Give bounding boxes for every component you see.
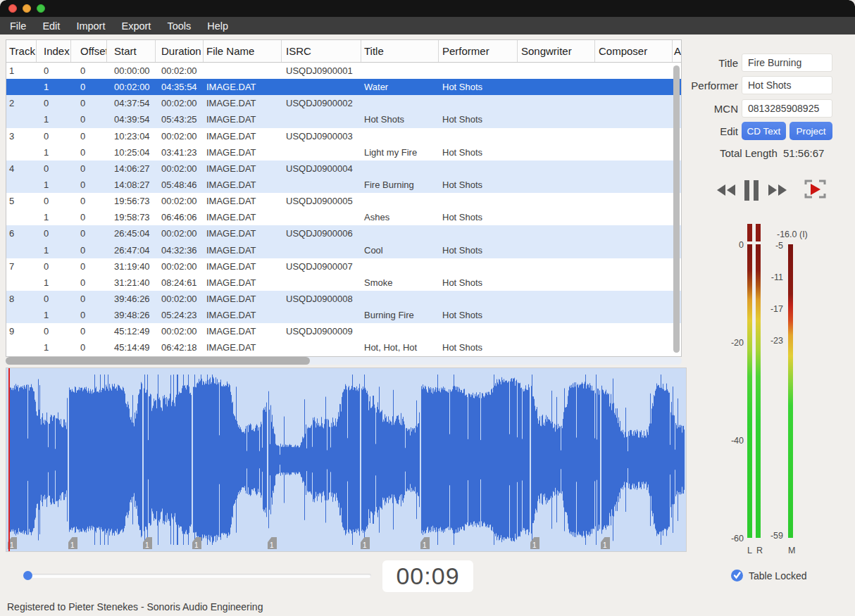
rewind-button[interactable]	[716, 183, 736, 197]
performer-field[interactable]	[742, 76, 832, 94]
clip-indicator-right	[756, 224, 761, 241]
table-row[interactable]: 1045:14:4906:42:18IMAGE.DATHot, Hot, Hot…	[6, 339, 681, 356]
horizontal-scrollbar[interactable]	[6, 357, 682, 365]
header-cell-duration[interactable]: Duration	[156, 40, 204, 62]
header-cell-isrc[interactable]: ISRC	[282, 40, 361, 62]
menu-item-help[interactable]: Help	[207, 20, 228, 32]
table-cell: 05:24:23	[156, 310, 204, 320]
table-cell: 5	[6, 196, 37, 206]
table-cell: USQDJ0900001	[282, 65, 361, 76]
zoom-button[interactable]	[37, 4, 45, 13]
pause-button[interactable]	[744, 180, 759, 201]
table-cell: 1	[37, 180, 71, 190]
time-slider-thumb[interactable]	[23, 571, 32, 580]
title-field[interactable]	[742, 54, 832, 72]
table-row[interactable]: 60026:45:0400:02:00IMAGE.DATUSQDJ0900006	[6, 225, 681, 241]
table-cell: Hot Shots	[439, 212, 518, 222]
table-cell: 14:06:27	[107, 163, 156, 174]
table-row[interactable]: 10000:00:0000:02:00USQDJ0900001	[6, 63, 681, 79]
table-cell: 0	[71, 65, 107, 76]
table-row[interactable]: 50019:56:7300:02:00IMAGE.DATUSQDJ0900005	[6, 193, 681, 209]
table-cell: 0	[37, 163, 71, 174]
meter-channel-label-l: L	[747, 546, 752, 555]
time-display: 00:09	[382, 560, 473, 592]
header-cell-composer[interactable]: Composer	[595, 40, 673, 62]
table-row[interactable]: 70031:19:4000:02:00IMAGE.DATUSQDJ0900007	[6, 258, 681, 275]
header-cell-track[interactable]: Track	[6, 40, 37, 62]
table-row[interactable]: 90045:12:4900:02:00IMAGE.DATUSQDJ0900009	[6, 323, 681, 339]
table-row[interactable]: 1000:02:0004:35:54IMAGE.DATWaterHot Shot…	[6, 79, 681, 95]
table-cell: Hot Shots	[439, 147, 518, 158]
header-cell-title[interactable]: Title	[361, 40, 439, 62]
table-cell: 0	[71, 163, 107, 174]
header-cell-offset[interactable]: Offset	[71, 40, 107, 62]
table-cell: 00:02:00	[156, 294, 204, 304]
fast-forward-button[interactable]	[768, 183, 787, 197]
table-row[interactable]: 1039:48:2605:24:23IMAGE.DATBurning FireH…	[6, 307, 681, 323]
table-cell: 1	[37, 212, 71, 222]
menu-item-file[interactable]: File	[10, 20, 26, 32]
performer-field-label: Performer	[689, 80, 738, 92]
table-cell: 03:41:23	[156, 147, 204, 158]
horizontal-scrollbar-thumb[interactable]	[6, 357, 310, 365]
menu-item-export[interactable]: Export	[121, 20, 151, 32]
table-cell: 8	[6, 294, 37, 304]
table-cell: 4	[6, 163, 37, 174]
header-cell-songwriter[interactable]: Songwriter	[518, 40, 595, 62]
cd-text-button[interactable]: CD Text	[742, 122, 786, 140]
table-cell: 0	[37, 196, 71, 206]
table-row[interactable]: 30010:23:0400:02:00IMAGE.DATUSQDJ0900003	[6, 128, 681, 144]
table-cell: IMAGE.DAT	[204, 326, 282, 337]
table-row[interactable]: 1019:58:7306:46:06IMAGE.DATAshesHot Shot…	[6, 209, 681, 225]
minimize-button[interactable]	[23, 4, 31, 13]
table-cell: Burning Fire	[361, 310, 439, 320]
playback-cursor[interactable]	[8, 368, 10, 551]
menu-item-tools[interactable]: Tools	[167, 20, 191, 32]
play-selection-button[interactable]	[803, 178, 828, 200]
status-text: Registered to Pieter Stenekes - Sonoris …	[7, 601, 263, 612]
table-cell: 26:45:04	[107, 228, 156, 239]
header-cell-performer[interactable]: Performer	[439, 40, 518, 62]
header-cell-file-name[interactable]: File Name	[204, 40, 282, 62]
table-row[interactable]: 80039:46:2600:02:00IMAGE.DATUSQDJ0900008	[6, 291, 681, 307]
close-button[interactable]	[8, 4, 17, 13]
table-cell: 6	[6, 228, 37, 239]
table-cell: 04:32:36	[156, 245, 204, 256]
table-row[interactable]: 1031:21:4008:24:61IMAGE.DATSmokeHot Shot…	[6, 275, 681, 291]
table-row[interactable]: 40014:06:2700:02:00IMAGE.DATUSQDJ0900004	[6, 161, 681, 177]
table-cell: USQDJ0900005	[282, 196, 361, 206]
table-row[interactable]: 1014:08:2705:48:46IMAGE.DATFire BurningH…	[6, 177, 681, 193]
table-row[interactable]: 20004:37:5400:02:00IMAGE.DATUSQDJ0900002	[6, 95, 681, 111]
track-table: TrackIndexOffsetStartDurationFile NameIS…	[6, 39, 682, 357]
table-cell: IMAGE.DAT	[204, 114, 282, 125]
lr-meter-scale-label: -40	[720, 436, 744, 446]
table-cell: 0	[37, 98, 71, 108]
table-cell: 0	[71, 342, 107, 353]
vertical-scrollbar[interactable]	[673, 65, 680, 353]
table-locked-checkbox[interactable]	[731, 570, 743, 582]
header-cell-arr[interactable]: Arr	[673, 40, 681, 62]
table-cell: Hot Shots	[439, 82, 518, 92]
menu-item-edit[interactable]: Edit	[42, 20, 60, 32]
table-cell: Hot Shots	[361, 114, 439, 125]
time-slider[interactable]	[25, 574, 371, 578]
table-cell: 00:02:00	[156, 163, 204, 174]
menu-item-import[interactable]: Import	[76, 20, 105, 32]
waveform-panel: 111111111	[6, 367, 687, 552]
header-cell-start[interactable]: Start	[107, 40, 156, 62]
table-row[interactable]: 1004:39:5405:43:25IMAGE.DATHot ShotsHot …	[6, 111, 681, 127]
mcn-field-label: MCN	[689, 103, 738, 115]
table-cell: 1	[37, 82, 71, 92]
table-row[interactable]: 1010:25:0403:41:23IMAGE.DATLight my Fire…	[6, 144, 681, 161]
waveform-canvas[interactable]	[6, 368, 686, 551]
table-cell: 2	[6, 98, 37, 108]
table-cell: 0	[37, 228, 71, 239]
table-row[interactable]: 1026:47:0404:32:36IMAGE.DATCoolHot Shots	[6, 242, 681, 258]
table-cell: Water	[361, 82, 439, 92]
m-meter-scale-label: -17	[759, 304, 783, 314]
table-cell: Hot Shots	[439, 245, 518, 256]
table-cell: 31:19:40	[107, 261, 156, 272]
mcn-field[interactable]	[742, 99, 832, 118]
header-cell-index[interactable]: Index	[37, 40, 71, 62]
project-button[interactable]: Project	[790, 122, 832, 140]
